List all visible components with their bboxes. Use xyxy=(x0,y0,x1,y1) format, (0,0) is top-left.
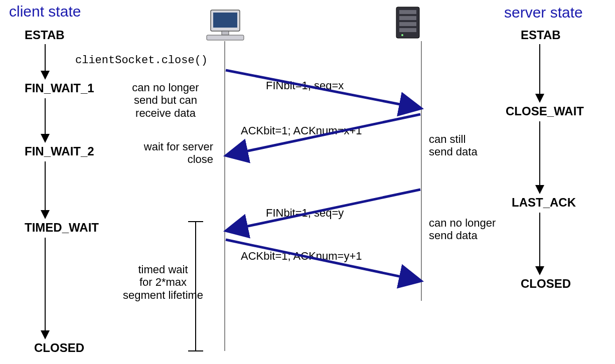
server-state-closed: CLOSED xyxy=(521,277,571,291)
server-heading: server state xyxy=(504,4,583,21)
client-state-estab: ESTAB xyxy=(25,28,65,42)
server-state-last-ack: LAST_ACK xyxy=(512,196,576,210)
note-last-ack: can no longersend data xyxy=(429,217,514,242)
note-timed-wait: timed waitfor 2*maxsegment lifetime xyxy=(115,263,211,301)
svg-rect-6 xyxy=(399,16,416,20)
note-fin-wait-1: can no longersend but canreceive data xyxy=(115,81,216,119)
code-client-close: clientSocket.close() xyxy=(75,54,208,67)
note-close-wait: can stillsend data xyxy=(429,133,504,158)
svg-rect-2 xyxy=(222,31,229,35)
svg-rect-0 xyxy=(211,10,240,31)
client-state-timed-wait: TIMED_WAIT xyxy=(25,221,99,235)
client-state-fin-wait-1: FIN_WAIT_1 xyxy=(25,81,94,95)
svg-rect-7 xyxy=(399,22,416,26)
msg-fin-1: FINbit=1, seq=x xyxy=(266,79,344,92)
note-fin-wait-2: wait for serverclose xyxy=(123,140,213,166)
svg-rect-1 xyxy=(213,13,237,28)
client-state-fin-wait-2: FIN_WAIT_2 xyxy=(25,144,94,158)
client-heading: client state xyxy=(9,3,81,20)
client-computer-icon xyxy=(207,10,244,40)
server-state-close-wait: CLOSE_WAIT xyxy=(506,104,584,118)
msg-fin-2: FINbit=1, seq=y xyxy=(266,207,344,220)
svg-point-9 xyxy=(401,34,403,36)
msg-ack-2: ACKbit=1; ACKnum=y+1 xyxy=(241,250,362,263)
svg-rect-3 xyxy=(207,35,244,40)
svg-rect-5 xyxy=(399,10,416,14)
msg-ack-1: ACKbit=1; ACKnum=x+1 xyxy=(241,124,362,137)
svg-rect-4 xyxy=(396,7,419,38)
server-state-estab: ESTAB xyxy=(521,28,561,42)
svg-rect-8 xyxy=(399,28,416,32)
server-icon xyxy=(396,7,419,38)
client-state-closed: CLOSED xyxy=(34,341,84,355)
